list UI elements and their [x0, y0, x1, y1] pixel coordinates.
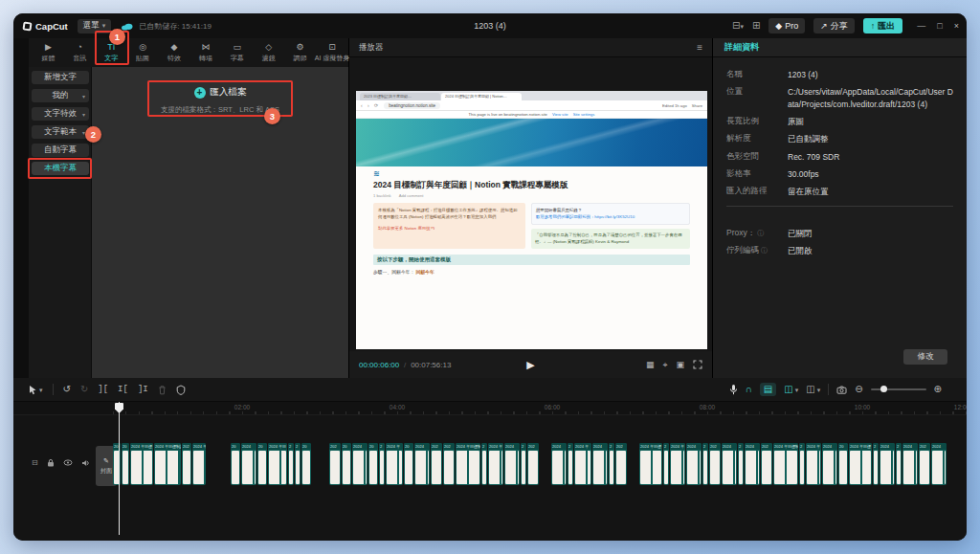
timeline-clip[interactable]: 2	[663, 443, 669, 485]
timeline-clip[interactable]: 202	[443, 443, 455, 485]
undo-button[interactable]: ↺	[63, 385, 71, 394]
timeline-clip[interactable]: 2	[702, 443, 708, 485]
timeline-clip[interactable]: 2	[799, 443, 805, 485]
delete-button[interactable]	[158, 385, 167, 395]
timeline-clip[interactable]: 2024	[722, 443, 737, 485]
timeline-clip[interactable]: 2	[873, 443, 879, 485]
delete-left-tool[interactable]: I[	[118, 386, 128, 394]
mute-track-icon[interactable]	[81, 459, 90, 467]
timeline-clip[interactable]: 20	[231, 443, 240, 485]
delete-right-tool[interactable]: ]I	[138, 386, 148, 394]
hide-track-icon[interactable]	[63, 459, 73, 466]
timeline-clip[interactable]: 2024 年目標制	[773, 443, 798, 485]
timeline-clip[interactable]: 2024	[880, 443, 895, 485]
timeline-clip[interactable]: 2	[568, 443, 573, 485]
zoom-slider-handle[interactable]	[880, 386, 887, 392]
magnet-snap-icon[interactable]: ∩	[746, 385, 752, 394]
timeline-clip[interactable]: 2	[609, 443, 614, 485]
timeline-clip[interactable]: 2	[738, 443, 744, 485]
share-button[interactable]: ↗ 分享	[813, 18, 855, 33]
lock-icon[interactable]	[47, 458, 55, 467]
modify-button[interactable]: 修改	[903, 349, 947, 365]
toolbar-tab[interactable]: ◆ 特效	[159, 42, 190, 63]
timeline-clip[interactable]: 2024	[686, 443, 702, 485]
collapse-track-icon[interactable]: ⊟	[32, 458, 38, 467]
minimize-button[interactable]: —	[917, 21, 925, 31]
redo-button[interactable]: ↻	[80, 385, 88, 394]
toolbar-tab[interactable]: ◔ 音訊	[64, 42, 96, 63]
sidebar-item[interactable]: 我的 ▾	[32, 89, 89, 102]
timeline-clip[interactable]: 20	[122, 443, 129, 485]
timeline-clip[interactable]: 20	[368, 443, 378, 485]
toolbar-tab[interactable]: ▭ 字幕	[221, 42, 253, 63]
timeline-clip[interactable]: 2024	[745, 443, 760, 485]
pro-badge[interactable]: ◆ Pro	[768, 18, 805, 33]
toolbar-tab[interactable]: ◎ 貼圖	[127, 42, 159, 63]
toolbar-tab[interactable]: ⋈ 轉場	[189, 42, 221, 63]
toolbar-tab[interactable]: ⚙ 調節	[284, 42, 316, 63]
timeline-clip[interactable]: 2024 年目標制訂	[154, 443, 181, 485]
mask-tool[interactable]	[176, 385, 186, 395]
timeline-clip[interactable]: 20	[342, 443, 351, 485]
record-voiceover-icon[interactable]	[729, 384, 738, 395]
timeline-clip[interactable]: 202	[615, 443, 627, 485]
close-button[interactable]: ×	[954, 21, 959, 31]
grid-layout-icon[interactable]: ⊞	[752, 21, 760, 31]
timeline-clip[interactable]: 2024 年	[574, 443, 591, 485]
timeline-clip[interactable]: 2024 年目	[268, 443, 287, 485]
split-tool[interactable]: ][	[98, 386, 108, 394]
sidebar-item[interactable]: 新增文字 ▾	[32, 71, 89, 84]
timeline-clip[interactable]: 2024	[241, 443, 256, 485]
play-button[interactable]: ▶	[526, 359, 534, 371]
timeline-clip[interactable]: 2	[295, 443, 301, 485]
maximize-button[interactable]: □	[937, 21, 942, 31]
linkage-icon[interactable]: ◫▾	[806, 385, 820, 394]
timeline-clip[interactable]: 2024 年目標	[639, 443, 662, 485]
timeline-zoom-slider[interactable]	[871, 388, 926, 390]
timeline-clip[interactable]: 20	[257, 443, 267, 485]
timeline-clip[interactable]: 2024	[592, 443, 608, 485]
timeline-clip[interactable]: 2024 年目標制	[456, 443, 480, 485]
timeline-clip[interactable]: 20	[404, 443, 413, 485]
zoom-in-icon[interactable]: ⊕	[934, 385, 942, 394]
cloud-sync-icon[interactable]	[121, 22, 133, 31]
layout-panels-icon[interactable]: ⊟▾	[732, 21, 744, 31]
export-button[interactable]: ↑ 匯出	[863, 18, 903, 33]
sidebar-item[interactable]: 自動字幕 ▾	[32, 144, 89, 157]
timeline-ruler[interactable]: 02:0004:0006:0008:0010:0012:00	[13, 402, 967, 415]
timeline-clip[interactable]: 202	[761, 443, 772, 485]
timeline-clip[interactable]: 202	[182, 443, 191, 485]
auto-layer-icon[interactable]: ▤	[760, 383, 776, 396]
timeline-clip[interactable]: 2024	[931, 443, 947, 485]
timeline-clip[interactable]: 2	[896, 443, 902, 485]
timeline-clip[interactable]: 2024	[822, 443, 837, 485]
timeline-clip[interactable]: 2024 年	[386, 443, 403, 485]
timeline-clip[interactable]: 2	[379, 443, 385, 485]
timeline-clip[interactable]: 2024 年目標	[130, 443, 153, 485]
timeline-clip[interactable]: 202	[329, 443, 341, 485]
fullscreen-icon[interactable]	[693, 360, 702, 369]
preview-axis-icon[interactable]: ◫▾	[784, 385, 798, 394]
sidebar-item[interactable]: 文字範本 ▾	[32, 125, 89, 139]
timeline-clip[interactable]: 2024	[414, 443, 430, 485]
timeline-clip[interactable]: 2024	[504, 443, 520, 485]
timeline-clip[interactable]: 2024 年	[670, 443, 685, 485]
toolbar-tab[interactable]: ◇ 濾鏡	[253, 42, 284, 63]
snapshot-icon[interactable]	[836, 386, 847, 394]
timeline-clip[interactable]: 2024 年	[806, 443, 821, 485]
toolbar-tab[interactable]: ▶ 媒體	[33, 42, 64, 63]
timeline-clip[interactable]: 2024	[902, 443, 918, 485]
mirror-preview-icon[interactable]: ▦	[646, 360, 655, 369]
focus-icon[interactable]: ⌖	[662, 360, 667, 370]
sidebar-item[interactable]: 文字特效 ▾	[32, 107, 89, 121]
timeline-clip[interactable]: 202	[527, 443, 539, 485]
timeline-clip[interactable]: 202	[919, 443, 930, 485]
timeline-clip[interactable]: 2024 年目標	[849, 443, 872, 485]
toolbar-tab[interactable]: ⊡ AI 虛擬替身	[316, 42, 348, 63]
zoom-out-icon[interactable]: ⊖	[855, 385, 862, 394]
timeline-clip[interactable]: 20	[838, 443, 848, 485]
timeline-clip[interactable]: 2024	[551, 443, 567, 485]
timeline-clip[interactable]: 2024 年	[192, 443, 206, 485]
player-menu-icon[interactable]: ≡	[697, 42, 702, 53]
select-tool[interactable]: ▾	[29, 385, 43, 395]
